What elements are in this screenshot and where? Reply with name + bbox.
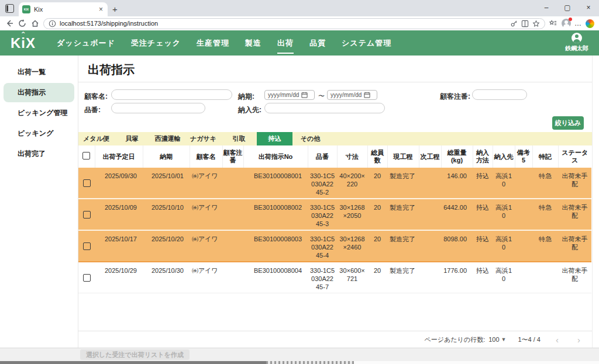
carrier-tab-6[interactable]: その他 [292,132,328,145]
destination-label: 納入先: [238,105,261,115]
carrier-tab-2[interactable]: 西濃運輸 [150,132,185,145]
destination-input[interactable] [264,103,385,113]
close-window-button[interactable]: × [578,0,599,15]
column-header-11[interactable]: 納入方法 [473,145,493,168]
create-ship-list-button[interactable]: 選択した受注で出荷リストを作成 [80,349,190,360]
column-header-7[interactable]: 総員数 [367,145,387,168]
tab-search-icon[interactable] [5,4,14,13]
filter-button[interactable]: 絞り込み [552,116,584,130]
sidebar-item-3[interactable]: ピッキング [4,124,74,143]
profile-avatar[interactable] [562,19,571,28]
calendar-icon[interactable] [364,92,370,98]
customer-name-input[interactable] [111,89,232,100]
favicon-icon: KIX [22,5,30,13]
column-header-13[interactable]: 備考5 [515,145,532,168]
sidebar-item-2[interactable]: ピッキング管理 [4,103,74,123]
carrier-tab-1[interactable]: 貝塚 [114,132,150,145]
app-logo[interactable]: KiX [11,35,36,51]
column-header-0[interactable]: 出荷予定日 [95,145,143,168]
column-header-4[interactable]: 出荷指示No [243,145,308,168]
table-cell: 出荷未手配 [558,262,591,293]
customer-order-input[interactable] [472,89,527,100]
nav-item-1[interactable]: 受注チェック [131,38,181,48]
table-cell: 出荷未手配 [558,230,591,262]
table-cell [419,168,441,199]
column-header-2[interactable]: 顧客名 [190,145,222,168]
column-header-1[interactable]: 納期 [143,145,190,168]
table-cell: 2025/10/09 [95,199,143,230]
maximize-button[interactable]: ▢ [557,0,578,15]
column-header-14[interactable]: 特記 [532,145,558,168]
column-header-3[interactable]: 顧客注番 [222,145,243,168]
sidebar-item-1[interactable]: 出荷指示 [4,83,74,102]
nav-item-3[interactable]: 製造 [245,38,261,48]
row-checkbox[interactable] [83,179,91,187]
filter-panel: 顧客名: 納期: yyyy/mm/dd 〜 yyyy/mm/dd 顧客注番: 品… [78,82,592,132]
select-all-checkbox[interactable] [82,152,90,160]
rows-per-page-select[interactable]: 100 ▼ [488,336,506,343]
date-placeholder: yyyy/mm/dd [268,92,299,98]
table-row[interactable]: 2025/10/292025/10/30㈱アイワBE30100008004330… [78,262,591,293]
table-cell [419,262,441,293]
table-cell: 2025/10/30 [143,262,190,293]
back-icon[interactable] [5,19,14,28]
column-header-6[interactable]: 寸法 [337,145,367,168]
settings-more-icon[interactable]: … [574,19,582,27]
nav-item-6[interactable]: システム管理 [342,38,391,48]
split-screen-icon[interactable] [521,20,529,27]
browser-window: KIX Kix × + – ▢ × localhost:5173/shippin… [0,0,599,364]
part-number-input[interactable] [111,103,205,113]
home-icon[interactable] [30,19,40,28]
url-field[interactable]: localhost:5173/shipping/instruction [43,18,545,29]
nav-item-0[interactable]: ダッシュボード [57,38,115,48]
calendar-icon[interactable] [301,92,308,98]
refresh-icon[interactable] [18,19,27,28]
column-header-5[interactable]: 品番 [308,145,337,168]
site-info-icon[interactable] [49,20,56,27]
copilot-icon[interactable] [586,19,594,28]
row-checkbox[interactable] [83,211,91,219]
column-header-15[interactable]: ステータス [558,145,591,168]
carrier-tab-5[interactable]: 持込 [257,132,292,145]
table-cell [515,199,532,230]
sidebar-item-0[interactable]: 出荷一覧 [4,63,74,82]
carrier-tab-0[interactable]: メタル便 [78,132,114,145]
due-date-to-input[interactable]: yyyy/mm/dd [327,90,377,100]
column-header-8[interactable]: 現工程 [387,145,419,168]
carrier-tab-3[interactable]: ナガサキ [185,132,221,145]
minimize-button[interactable]: – [536,0,557,15]
password-key-icon[interactable] [510,20,518,27]
table-cell: BE30100008004 [243,262,308,293]
favorites-bar-icon[interactable] [549,19,558,28]
favorites-star-icon[interactable] [532,20,540,27]
row-checkbox[interactable] [83,242,91,250]
table-header-row: 出荷予定日納期顧客名顧客注番出荷指示No品番寸法総員数現工程次工程総重量(kg)… [78,145,591,168]
nav-item-5[interactable]: 品質 [309,38,326,48]
nav-item-4[interactable]: 出荷 [277,38,294,48]
table-cell [419,199,441,230]
tab-close-icon[interactable]: × [98,5,104,13]
browser-tab[interactable]: KIX Kix × [19,2,108,16]
next-page-icon[interactable]: › [574,335,584,345]
new-tab-button[interactable]: + [112,4,118,14]
table-body: 2025/09/302025/10/01㈱アイワBE30100008001330… [78,168,591,293]
column-header-10[interactable]: 総重量(kg) [441,145,473,168]
nav-item-2[interactable]: 生産管理 [197,38,229,48]
row-checkbox[interactable] [83,274,91,282]
table-row[interactable]: 2025/09/302025/10/01㈱アイワBE30100008001330… [78,168,591,199]
table-cell: ㈱アイワ [190,168,222,199]
table-row[interactable]: 2025/10/092025/10/10㈱アイワBE30100008002330… [78,199,591,230]
prev-page-icon[interactable]: ‹ [552,335,562,345]
table-cell: 特急 [532,199,558,230]
user-box[interactable]: 鉄鋼太郎 [565,33,588,53]
due-date-from-input[interactable]: yyyy/mm/dd [264,90,315,100]
table-cell: 20 [367,199,387,230]
sidebar-item-4[interactable]: 出荷完了 [4,144,74,164]
carrier-tab-4[interactable]: 引取 [221,132,257,145]
column-header-12[interactable]: 納入先 [493,145,515,168]
table-row[interactable]: 2025/10/172025/10/20㈱アイワBE30100008003330… [78,230,591,262]
column-header-9[interactable]: 次工程 [419,145,441,168]
date-range-separator: 〜 [318,92,325,100]
scrollbar-gutter[interactable] [592,56,599,348]
carrier-tabs: メタル便貝塚西濃運輸ナガサキ引取持込その他 [78,132,592,145]
